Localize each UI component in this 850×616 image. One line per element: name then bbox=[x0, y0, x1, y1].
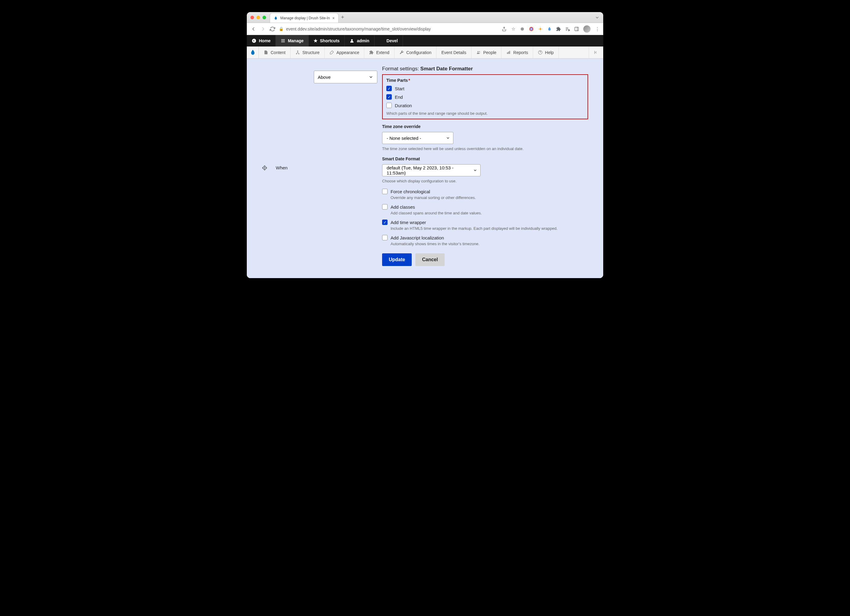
close-window[interactable] bbox=[250, 16, 254, 19]
forward-button[interactable] bbox=[260, 26, 266, 32]
browser-tab[interactable]: Manage display | Drush Site-In × bbox=[270, 13, 338, 22]
checkbox-add-classes[interactable]: Add classes bbox=[382, 204, 588, 209]
toolbar-devel[interactable]: Devel bbox=[374, 35, 403, 46]
traffic-lights bbox=[250, 16, 266, 19]
hamburger-icon bbox=[281, 38, 286, 43]
playlist-icon[interactable] bbox=[565, 27, 570, 31]
star-icon[interactable]: ☆ bbox=[511, 27, 516, 31]
checkbox-js-local[interactable]: Add Javascript localization bbox=[382, 235, 588, 240]
time-parts-label: Time Parts* bbox=[386, 78, 584, 83]
titlebar: Manage display | Drush Site-In × + bbox=[247, 12, 603, 23]
checkbox-start[interactable]: ✓ Start bbox=[386, 86, 584, 91]
star-icon: ★ bbox=[314, 38, 317, 43]
extension-2-icon[interactable] bbox=[529, 27, 534, 31]
back-button[interactable] bbox=[250, 26, 256, 32]
menu-configuration[interactable]: Configuration bbox=[395, 46, 437, 58]
appearance-icon bbox=[329, 50, 334, 55]
address-bar: 🔒 event.ddev.site/admin/structure/taxono… bbox=[247, 23, 603, 35]
extension-icons: ☆ ⋮ bbox=[502, 25, 600, 33]
structure-icon bbox=[295, 50, 300, 55]
content-area: When Above Format settings: Smart Date F… bbox=[247, 58, 603, 278]
format-settings-heading: Format settings: Smart Date Formatter bbox=[382, 66, 588, 72]
help-icon bbox=[538, 50, 543, 55]
check-icon: ✓ bbox=[386, 86, 392, 91]
label-display-select[interactable]: Above bbox=[314, 71, 377, 83]
checkbox-time-wrapper[interactable]: ✓ Add time wrapper bbox=[382, 220, 588, 225]
time-parts-group: Time Parts* ✓ Start ✓ End Duration Which bbox=[382, 74, 588, 119]
share-icon[interactable] bbox=[502, 27, 507, 31]
chevron-down-icon bbox=[446, 136, 450, 140]
profile-avatar[interactable] bbox=[583, 25, 591, 33]
timezone-select[interactable]: - None selected - bbox=[382, 132, 453, 144]
svg-rect-8 bbox=[575, 27, 578, 31]
extensions-icon[interactable] bbox=[556, 27, 561, 31]
menu-collapse[interactable] bbox=[589, 46, 603, 58]
smart-format-label: Smart Date Format bbox=[382, 156, 588, 161]
checkbox-duration[interactable]: Duration bbox=[386, 103, 584, 108]
js-local-help: Automatically shows times in the visitor… bbox=[391, 242, 588, 246]
timezone-label: Time zone override bbox=[382, 124, 588, 129]
menu-people[interactable]: People bbox=[471, 46, 502, 58]
close-tab-icon[interactable]: × bbox=[332, 16, 335, 21]
menu-help[interactable]: Help bbox=[533, 46, 559, 58]
update-button[interactable]: Update bbox=[382, 253, 412, 266]
minimize-window[interactable] bbox=[256, 16, 260, 19]
menu-event-details[interactable]: Event Details bbox=[437, 46, 471, 58]
checkbox-empty-icon bbox=[382, 235, 388, 240]
maximize-window[interactable] bbox=[262, 16, 266, 19]
svg-point-3 bbox=[539, 28, 541, 30]
toolbar-user[interactable]: admin bbox=[345, 35, 374, 46]
extension-4-icon[interactable] bbox=[547, 27, 552, 31]
svg-rect-23 bbox=[509, 51, 510, 54]
svg-point-17 bbox=[296, 54, 297, 54]
extension-1-icon[interactable] bbox=[520, 27, 525, 31]
url-field[interactable]: 🔒 event.ddev.site/admin/structure/taxono… bbox=[279, 27, 498, 31]
field-display-row: When Above Format settings: Smart Date F… bbox=[262, 66, 588, 266]
svg-point-20 bbox=[479, 51, 480, 52]
menu-extend[interactable]: Extend bbox=[364, 46, 395, 58]
extension-3-icon[interactable] bbox=[538, 27, 543, 31]
checkbox-force-chrono[interactable]: Force chronological bbox=[382, 189, 588, 194]
menu-structure[interactable]: Structure bbox=[290, 46, 325, 58]
smart-format-select[interactable]: default (Tue, May 2 2023, 10:53 - 11:53a… bbox=[382, 164, 480, 176]
admin-menu: Content Structure Appearance Extend Conf… bbox=[247, 46, 603, 58]
svg-rect-22 bbox=[508, 52, 509, 54]
user-icon bbox=[350, 38, 354, 43]
browser-window: Manage display | Drush Site-In × + 🔒 eve… bbox=[247, 12, 603, 278]
collapse-icon bbox=[594, 50, 599, 55]
svg-point-10 bbox=[252, 39, 256, 43]
check-icon: ✓ bbox=[382, 220, 388, 225]
cancel-button[interactable]: Cancel bbox=[415, 253, 444, 266]
lock-icon: 🔒 bbox=[279, 27, 284, 31]
url-text: event.ddev.site/admin/structure/taxonomy… bbox=[286, 27, 431, 31]
timezone-help: The time zone selected here will be used… bbox=[382, 147, 588, 151]
drag-handle-icon[interactable] bbox=[262, 165, 271, 170]
chevron-down-icon bbox=[473, 168, 477, 172]
checkbox-end[interactable]: ✓ End bbox=[386, 94, 584, 100]
time-parts-help: Which parts of the time and range range … bbox=[386, 111, 584, 116]
menu-appearance[interactable]: Appearance bbox=[325, 46, 365, 58]
file-icon bbox=[264, 50, 268, 55]
chevron-down-icon bbox=[368, 75, 373, 79]
smart-format-help: Choose which display configuration to us… bbox=[382, 179, 588, 183]
toolbar-manage[interactable]: Manage bbox=[276, 35, 309, 46]
drupal-logo[interactable] bbox=[247, 46, 259, 58]
force-chrono-help: Override any manual sorting or other dif… bbox=[391, 195, 588, 200]
svg-point-1 bbox=[530, 27, 533, 31]
menu-icon[interactable]: ⋮ bbox=[595, 27, 600, 31]
add-classes-help: Add classed spans around the time and da… bbox=[391, 211, 588, 215]
panel-icon[interactable] bbox=[574, 27, 579, 31]
wrench-icon bbox=[399, 50, 404, 55]
svg-point-0 bbox=[521, 27, 524, 30]
toolbar-home[interactable]: Home bbox=[247, 35, 276, 46]
puzzle-icon bbox=[369, 50, 374, 55]
svg-rect-21 bbox=[507, 52, 508, 54]
toolbar-shortcuts[interactable]: ★ Shortcuts bbox=[309, 35, 345, 46]
menu-reports[interactable]: Reports bbox=[501, 46, 533, 58]
chevron-down-icon[interactable] bbox=[595, 15, 600, 20]
checkbox-empty-icon bbox=[382, 189, 388, 194]
reload-button[interactable] bbox=[270, 26, 275, 32]
menu-content[interactable]: Content bbox=[259, 46, 290, 58]
drupal-toolbar: Home Manage ★ Shortcuts admin Devel bbox=[247, 35, 603, 46]
new-tab-button[interactable]: + bbox=[341, 14, 344, 21]
